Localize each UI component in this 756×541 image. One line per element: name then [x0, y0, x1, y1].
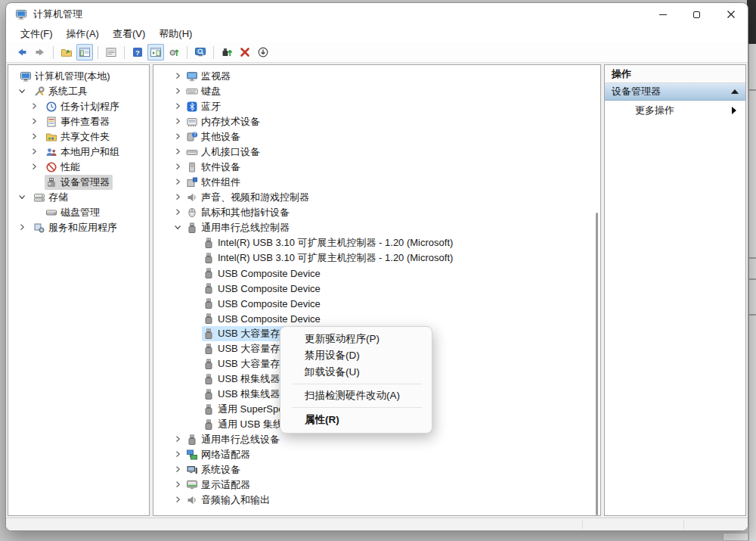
- menu-file[interactable]: 文件(F): [14, 26, 60, 42]
- properties-button[interactable]: [103, 44, 119, 61]
- audio-icon: [186, 494, 198, 506]
- update-driver-icon: [221, 46, 233, 58]
- chevron-right-icon[interactable]: [172, 101, 185, 112]
- chevron-down-icon[interactable]: [172, 222, 185, 233]
- tree-item-usb-composite-device-3[interactable]: USB Composite Device: [153, 296, 600, 311]
- tree-item-software-devices[interactable]: 软件设备: [153, 160, 600, 175]
- chevron-right-icon[interactable]: [172, 177, 185, 188]
- context-menu-item-disable-device[interactable]: 禁用设备(D): [280, 347, 432, 364]
- clock-icon: [45, 101, 57, 113]
- menu-help[interactable]: 帮助(H): [152, 26, 199, 42]
- tree-item-human-interface-devices[interactable]: 人机接口设备: [153, 145, 600, 160]
- sidebar-item-shared-folders[interactable]: 共享文件夹: [8, 129, 149, 145]
- chevron-right-icon[interactable]: [172, 192, 185, 203]
- minimize-icon: [659, 14, 667, 15]
- menu-bar: 文件(F)操作(A)查看(V)帮助(H): [6, 26, 748, 42]
- tree-item-memory-technology-devices[interactable]: 内存技术设备: [153, 114, 600, 129]
- tree-item-usb-composite-device-4[interactable]: USB Composite Device: [153, 311, 600, 326]
- sidebar-item-disk-management[interactable]: 磁盘管理: [8, 205, 149, 220]
- chevron-right-icon[interactable]: [172, 465, 185, 475]
- services-icon: [33, 222, 45, 234]
- tree-item-sound-video-game-controllers[interactable]: 声音、视频和游戏控制器: [153, 190, 600, 205]
- tree-item-label: 网络适配器: [201, 448, 250, 462]
- chevron-right-icon[interactable]: [28, 147, 45, 157]
- context-menu-item-properties[interactable]: 属性(R): [280, 411, 432, 429]
- tree-item-display-adapters[interactable]: 显示适配器: [153, 477, 600, 493]
- usb-icon: [203, 403, 215, 415]
- tree-item-audio-inputs-outputs[interactable]: 音频输入和输出: [153, 493, 600, 508]
- chevron-right-icon[interactable]: [28, 101, 45, 112]
- chevron-right-icon[interactable]: [172, 207, 185, 218]
- chevron-right-icon[interactable]: [172, 480, 185, 490]
- update-driver-button[interactable]: [218, 44, 235, 61]
- action-pane-button[interactable]: [147, 44, 164, 61]
- more-actions-item[interactable]: 更多操作: [605, 101, 745, 120]
- sidebar-item-services-applications[interactable]: 服务和应用程序: [8, 220, 149, 235]
- disable-device-button[interactable]: [255, 44, 271, 61]
- chevron-right-icon[interactable]: [172, 449, 185, 460]
- chevron-right-icon[interactable]: [172, 117, 185, 127]
- chevron-right-icon[interactable]: [16, 222, 33, 233]
- chevron-right-icon[interactable]: [28, 117, 45, 127]
- chevron-right-icon[interactable]: [172, 132, 185, 142]
- close-button[interactable]: [714, 3, 748, 26]
- uninstall-device-button[interactable]: [237, 44, 253, 61]
- tree-item-usb-controllers[interactable]: 通用串行总线控制器: [153, 220, 600, 235]
- forward-button[interactable]: [32, 44, 48, 61]
- sidebar-item-computer-management-local[interactable]: 计算机管理(本地): [8, 69, 149, 84]
- component-icon: [186, 176, 198, 188]
- remote-desktop-button[interactable]: [192, 44, 209, 61]
- forward-icon: [34, 46, 46, 58]
- tree-item-label: USB Composite Device: [218, 298, 321, 309]
- toolbar-separator: [187, 46, 187, 59]
- perf-icon: [45, 161, 57, 173]
- tree-item-usb-composite-device-1[interactable]: USB Composite Device: [153, 266, 600, 281]
- chevron-right-icon[interactable]: [172, 495, 185, 505]
- tree-item-usb-composite-device-2[interactable]: USB Composite Device: [153, 281, 600, 296]
- tree-item-network-adapters[interactable]: 网络适配器: [153, 447, 600, 462]
- tree-item-mice-pointing-devices[interactable]: 鼠标和其他指针设备: [153, 205, 600, 220]
- console-tree-icon: [79, 46, 91, 58]
- chevron-right-icon[interactable]: [172, 86, 185, 97]
- tree-item-monitors[interactable]: 监视器: [153, 69, 600, 84]
- maximize-button[interactable]: [680, 3, 714, 26]
- tree-item-software-components[interactable]: 软件组件: [153, 175, 600, 190]
- chevron-right-icon[interactable]: [28, 132, 45, 142]
- sidebar-item-system-tools[interactable]: 系统工具: [8, 84, 149, 99]
- tree-item-keyboards[interactable]: 键盘: [153, 84, 600, 99]
- sidebar-item-task-scheduler[interactable]: 任务计划程序: [8, 99, 149, 114]
- tree-item-label: 显示适配器: [201, 478, 250, 492]
- chevron-right-icon[interactable]: [172, 162, 185, 173]
- console-tree-button[interactable]: [76, 44, 93, 61]
- chevron-right-icon[interactable]: [172, 434, 185, 445]
- chevron-down-icon[interactable]: [16, 192, 33, 203]
- chevron-right-icon[interactable]: [172, 147, 185, 157]
- tree-item-bluetooth[interactable]: 蓝牙: [153, 99, 600, 114]
- context-menu-item-uninstall-device[interactable]: 卸载设备(U): [280, 364, 432, 381]
- chevron-right-icon[interactable]: [28, 162, 45, 173]
- tree-item-intel-usb-host-controller-2[interactable]: Intel(R) USB 3.10 可扩展主机控制器 - 1.20 (Micro…: [153, 250, 600, 266]
- sidebar-item-storage[interactable]: 存储: [8, 190, 149, 205]
- actions-section-device-manager[interactable]: 设备管理器: [605, 83, 745, 101]
- minimize-button[interactable]: [646, 3, 680, 26]
- actions-section-label: 设备管理器: [612, 85, 661, 98]
- sidebar-item-performance[interactable]: 性能: [8, 160, 149, 175]
- back-button[interactable]: [14, 44, 30, 61]
- menu-view[interactable]: 查看(V): [106, 26, 152, 42]
- chevron-right-icon[interactable]: [172, 71, 185, 82]
- tree-item-other-devices[interactable]: ?其他设备: [153, 129, 600, 145]
- tree-item-usb-devices[interactable]: 通用串行总线设备: [153, 432, 600, 447]
- sidebar-item-event-viewer[interactable]: 事件查看器: [8, 114, 149, 129]
- help-button[interactable]: ?: [129, 44, 146, 61]
- context-menu-item-scan-hardware-changes[interactable]: 扫描检测硬件改动(A): [280, 387, 432, 404]
- export-list-button[interactable]: [166, 44, 182, 61]
- folder-button[interactable]: [58, 44, 75, 61]
- sidebar-item-local-users-groups[interactable]: 本地用户和组: [8, 145, 149, 160]
- tree-item-system-devices[interactable]: 系统设备: [153, 462, 600, 477]
- folder-icon: [60, 46, 73, 58]
- chevron-down-icon[interactable]: [16, 86, 33, 97]
- menu-action[interactable]: 操作(A): [60, 26, 106, 42]
- sidebar-item-device-manager[interactable]: 设备管理器: [8, 175, 149, 190]
- tree-item-intel-usb-host-controller-1[interactable]: Intel(R) USB 3.10 可扩展主机控制器 - 1.20 (Micro…: [153, 235, 600, 250]
- context-menu-item-update-driver[interactable]: 更新驱动程序(P): [280, 331, 432, 347]
